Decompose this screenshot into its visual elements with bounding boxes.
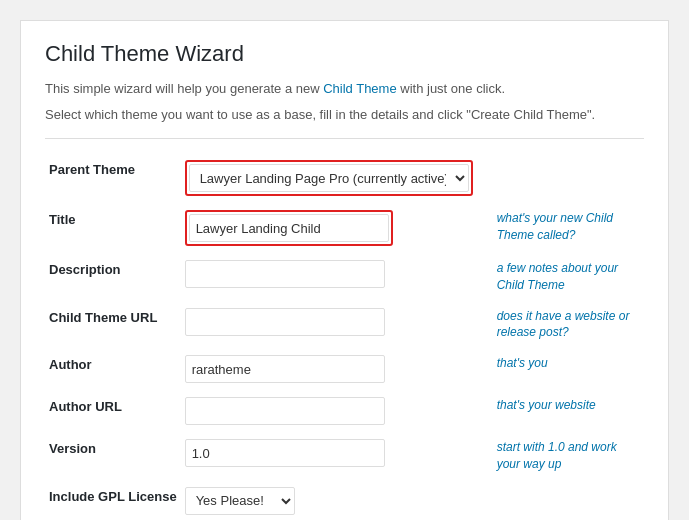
- author-url-input-cell: [181, 390, 477, 432]
- child-theme-url-row: Child Theme URL does it have a website o…: [45, 301, 644, 349]
- title-row: Title what's your new Child Theme called…: [45, 203, 644, 253]
- description-label: Description: [45, 253, 181, 301]
- description-input[interactable]: [185, 260, 385, 288]
- form-table: Parent Theme Lawyer Landing Page Pro (cu…: [45, 153, 644, 520]
- intro-line-2: Select which theme you want to use as a …: [45, 105, 644, 125]
- version-hint: start with 1.0 and work your way up: [477, 432, 644, 480]
- title-hint: what's your new Child Theme called?: [477, 203, 644, 253]
- parent-theme-select-wrapper: Lawyer Landing Page Pro (currently activ…: [185, 160, 473, 196]
- title-input[interactable]: [189, 214, 389, 242]
- parent-theme-label: Parent Theme: [45, 153, 181, 203]
- child-theme-link[interactable]: Child Theme: [323, 81, 396, 96]
- include-gpl-hint: [477, 480, 644, 520]
- author-hint: that's you: [477, 348, 644, 390]
- description-input-cell: [181, 253, 477, 301]
- page-title: Child Theme Wizard: [45, 41, 644, 67]
- author-input-cell: [181, 348, 477, 390]
- version-input-cell: [181, 432, 477, 480]
- author-url-input[interactable]: [185, 397, 385, 425]
- description-row: Description a few notes about your Child…: [45, 253, 644, 301]
- include-gpl-row: Include GPL License Yes Please!: [45, 480, 644, 520]
- parent-theme-select[interactable]: Lawyer Landing Page Pro (currently activ…: [189, 164, 469, 192]
- title-input-cell: [181, 203, 477, 253]
- divider: [45, 138, 644, 139]
- child-theme-url-hint: does it have a website or release post?: [477, 301, 644, 349]
- include-gpl-select[interactable]: Yes Please!: [185, 487, 295, 515]
- author-url-row: Author URL that's your website: [45, 390, 644, 432]
- title-label: Title: [45, 203, 181, 253]
- child-theme-url-input-cell: [181, 301, 477, 349]
- author-url-label: Author URL: [45, 390, 181, 432]
- author-input[interactable]: [185, 355, 385, 383]
- version-input[interactable]: [185, 439, 385, 467]
- include-gpl-label: Include GPL License: [45, 480, 181, 520]
- page-container: Child Theme Wizard This simple wizard wi…: [20, 20, 669, 520]
- version-row: Version start with 1.0 and work your way…: [45, 432, 644, 480]
- author-row: Author that's you: [45, 348, 644, 390]
- child-theme-url-label: Child Theme URL: [45, 301, 181, 349]
- child-theme-url-input[interactable]: [185, 308, 385, 336]
- parent-theme-row: Parent Theme Lawyer Landing Page Pro (cu…: [45, 153, 644, 203]
- description-hint: a few notes about your Child Theme: [477, 253, 644, 301]
- parent-theme-input-cell: Lawyer Landing Page Pro (currently activ…: [181, 153, 477, 203]
- title-input-wrapper: [185, 210, 393, 246]
- author-url-hint: that's your website: [477, 390, 644, 432]
- author-label: Author: [45, 348, 181, 390]
- intro-line-1: This simple wizard will help you generat…: [45, 79, 644, 99]
- include-gpl-input-cell: Yes Please!: [181, 480, 477, 520]
- version-label: Version: [45, 432, 181, 480]
- parent-theme-hint: [477, 153, 644, 203]
